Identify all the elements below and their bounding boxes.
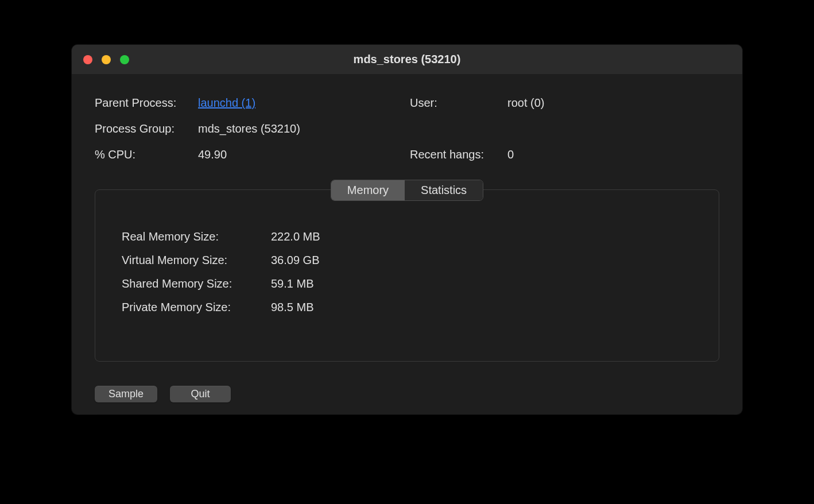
user-label: User: <box>410 96 507 110</box>
tabs: Memory Statistics <box>95 180 719 201</box>
hangs-value: 0 <box>507 148 719 161</box>
memory-grid: Real Memory Size: 222.0 MB Virtual Memor… <box>122 230 692 314</box>
footer-buttons: Sample Quit <box>72 373 742 414</box>
tab-container: Memory Statistics Real Memory Size: 222.… <box>95 180 719 362</box>
content-area: Parent Process: launchd (1) User: root (… <box>72 75 742 373</box>
parent-process-label: Parent Process: <box>95 96 198 110</box>
user-value: root (0) <box>507 96 719 110</box>
traffic-lights <box>72 55 129 64</box>
titlebar: mds_stores (53210) <box>72 45 742 75</box>
minimize-icon[interactable] <box>102 55 111 64</box>
private-memory-value: 98.5 MB <box>271 301 692 314</box>
maximize-icon[interactable] <box>120 55 129 64</box>
cpu-value: 49.90 <box>198 148 410 161</box>
parent-process-link[interactable]: launchd (1) <box>198 96 255 109</box>
hangs-label: Recent hangs: <box>410 148 507 161</box>
close-icon[interactable] <box>83 55 92 64</box>
process-group-value: mds_stores (53210) <box>198 122 410 135</box>
shared-memory-label: Shared Memory Size: <box>122 277 259 290</box>
private-memory-label: Private Memory Size: <box>122 301 259 314</box>
process-group-label: Process Group: <box>95 122 198 135</box>
cpu-label: % CPU: <box>95 148 198 161</box>
window-title: mds_stores (53210) <box>72 53 742 66</box>
tab-statistics[interactable]: Statistics <box>405 180 483 200</box>
process-info-window: mds_stores (53210) Parent Process: launc… <box>72 45 742 414</box>
virtual-memory-label: Virtual Memory Size: <box>122 254 259 267</box>
tab-memory[interactable]: Memory <box>331 180 405 200</box>
shared-memory-value: 59.1 MB <box>271 277 692 290</box>
process-info-grid: Parent Process: launchd (1) User: root (… <box>95 96 719 161</box>
sample-button[interactable]: Sample <box>95 386 157 402</box>
real-memory-label: Real Memory Size: <box>122 230 259 243</box>
virtual-memory-value: 36.09 GB <box>271 254 692 267</box>
quit-button[interactable]: Quit <box>170 386 231 402</box>
tab-group: Memory Statistics <box>331 180 483 201</box>
real-memory-value: 222.0 MB <box>271 230 692 243</box>
memory-panel: Real Memory Size: 222.0 MB Virtual Memor… <box>95 189 719 362</box>
